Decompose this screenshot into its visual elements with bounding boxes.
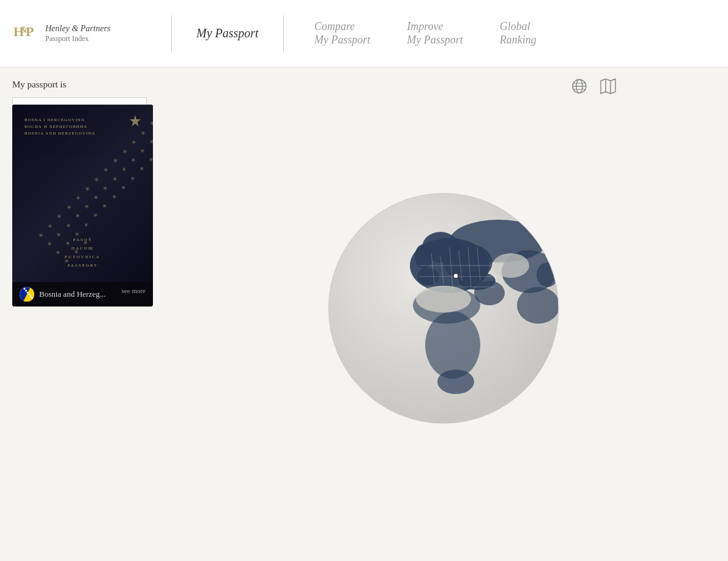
nav-compare-line1: Compare (314, 20, 371, 34)
passport-type-labels: PASOŠ ПАСОШ PUTOVNICA PASSPORT (24, 236, 141, 270)
nav-compare-line2: My Passport (314, 34, 371, 47)
passport-image: BOSNA I HERCEGOVINA БОСНА И ХЕРЦЕГОВИНА … (12, 105, 153, 282)
map-icon (600, 78, 617, 95)
passport-card[interactable]: BOSNA I HERCEGOVINA БОСНА И ХЕРЦЕГОВИНА … (12, 105, 153, 307)
map-view-button[interactable] (598, 76, 618, 96)
brand-name: Henley & Partners (45, 23, 111, 34)
svg-point-25 (415, 244, 433, 269)
passport-label-cro: PUTOVNICA (24, 253, 141, 261)
svg-point-37 (416, 286, 471, 313)
nav-global-line1: Global (500, 20, 537, 34)
sidebar: My passport is Bosnia and Herzegovina Af… (0, 67, 159, 561)
nav-improve-line1: Improve (407, 20, 463, 34)
svg-point-36 (537, 262, 559, 287)
svg-point-7 (24, 288, 26, 290)
logo-symbol: H & P (12, 18, 39, 49)
nav-global-line2: Ranking (500, 34, 537, 47)
view-toggle (570, 76, 618, 96)
location-dot (453, 273, 458, 278)
svg-point-12 (31, 297, 33, 299)
passport-display-name: Bosnia and Herzeg... (39, 289, 106, 299)
country-flag (20, 287, 34, 302)
svg-point-8 (25, 290, 27, 292)
passport-label-bos: PASOŠ (24, 236, 141, 244)
header: H & P Henley & Partners Passport Index M… (0, 0, 728, 67)
svg-point-9 (27, 292, 29, 294)
bih-flag-icon (20, 287, 34, 302)
globe-area (159, 67, 728, 561)
logo-text: Henley & Partners Passport Index (45, 23, 111, 44)
svg-point-32 (425, 311, 480, 379)
nav-my-passport[interactable]: My Passport (184, 20, 271, 46)
passport-label-eng: PASSPORT (24, 261, 141, 270)
passport-section-title: My passport is (12, 80, 147, 90)
svg-point-33 (437, 370, 474, 394)
passport-info-bar: Bosnia and Herzeg... see more (12, 282, 153, 307)
svg-point-13 (33, 299, 35, 301)
svg-text:P: P (26, 24, 34, 39)
globe-wrapper (321, 186, 566, 431)
nav-improve[interactable]: Improve My Passport (388, 14, 481, 53)
svg-marker-19 (601, 79, 615, 94)
nav-improve-line2: My Passport (407, 34, 463, 47)
hp-logo-icon: H & P (12, 18, 39, 45)
passport-index-label: Passport Index (45, 34, 111, 44)
globe-svg (321, 186, 566, 431)
svg-point-35 (517, 287, 560, 324)
nav-divider-2 (283, 15, 284, 52)
main-content: My passport is Bosnia and Herzegovina Af… (0, 67, 728, 561)
see-more-link[interactable]: see more (122, 287, 146, 294)
nav-divider (171, 15, 172, 52)
svg-point-10 (28, 294, 30, 295)
svg-point-11 (30, 295, 32, 297)
nav-compare[interactable]: Compare My Passport (296, 14, 389, 53)
passport-bg: BOSNA I HERCEGOVINA БОСНА И ХЕРЦЕГОВИНА … (12, 105, 153, 282)
svg-point-38 (492, 253, 529, 278)
globe-view-button[interactable] (570, 76, 589, 96)
logo-area: H & P Henley & Partners Passport Index (12, 18, 159, 49)
nav-global[interactable]: Global Ranking (481, 14, 555, 53)
passport-label-ser: ПАСОШ (24, 244, 141, 253)
globe-icon (571, 78, 588, 95)
